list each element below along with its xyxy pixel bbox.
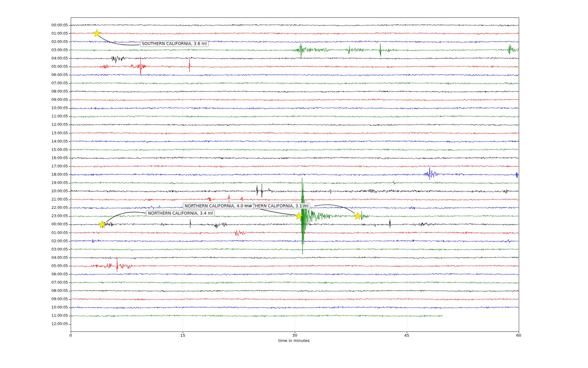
y-tick-label: 12:00:05 bbox=[0, 122, 68, 127]
y-tick-label: 15:00:05 bbox=[0, 148, 68, 152]
y-tick-label: 06:00:05 bbox=[0, 73, 68, 77]
y-tick-label: 08:00:05 bbox=[0, 89, 68, 94]
x-tick-label: 60 bbox=[510, 333, 528, 338]
y-tick-label: 20:00:05 bbox=[0, 189, 68, 194]
x-tick-label: 30 bbox=[286, 333, 304, 338]
x-tick-label: 45 bbox=[398, 333, 416, 338]
seismogram-canvas bbox=[0, 0, 588, 368]
event-label-northern-california-3-4: NORTHERN CALIFORNIA, 3.4 ml bbox=[146, 210, 215, 217]
y-tick-label: 14:00:05 bbox=[0, 139, 68, 144]
y-tick-label: 11:00:05 bbox=[0, 114, 68, 119]
y-tick-label: 01:00:05 bbox=[0, 231, 68, 235]
y-tick-label: 02:00:05 bbox=[0, 239, 68, 243]
y-tick-label: 09:00:05 bbox=[0, 297, 68, 301]
y-tick-label: 06:00:05 bbox=[0, 272, 68, 277]
seismogram-page: US.EDHPI.00.BHZ 00:00:0501:00:0502:00:05… bbox=[0, 0, 588, 368]
y-tick-label: 10:00:05 bbox=[0, 106, 68, 110]
y-tick-label: 05:00:05 bbox=[0, 64, 68, 69]
y-tick-label: 19:00:05 bbox=[0, 181, 68, 185]
x-tick-label: 15 bbox=[174, 333, 192, 338]
y-tick-label: 00:00:05 bbox=[0, 23, 68, 28]
y-tick-label: 03:00:05 bbox=[0, 48, 68, 52]
y-tick-label: 18:00:05 bbox=[0, 172, 68, 177]
y-tick-label: 09:00:05 bbox=[0, 98, 68, 102]
y-tick-label: 11:00:05 bbox=[0, 313, 68, 318]
y-tick-label: 10:00:05 bbox=[0, 305, 68, 310]
y-tick-label: 16:00:05 bbox=[0, 156, 68, 160]
y-tick-label: 04:00:05 bbox=[0, 56, 68, 61]
y-tick-label: 00:00:05 bbox=[0, 222, 68, 227]
event-label-northern-california-4-0: NORTHERN CALIFORNIA, 4.0 mw bbox=[183, 203, 254, 209]
y-tick-label: 22:00:05 bbox=[0, 205, 68, 210]
x-axis-label: time in minutes bbox=[0, 338, 588, 343]
y-tick-label: 05:00:05 bbox=[0, 264, 68, 268]
x-tick-label: 0 bbox=[62, 333, 80, 338]
y-tick-label: 23:00:05 bbox=[0, 214, 68, 218]
y-tick-label: 13:00:05 bbox=[0, 131, 68, 136]
y-tick-label: 08:00:05 bbox=[0, 289, 68, 293]
y-tick-label: 17:00:05 bbox=[0, 164, 68, 169]
y-tick-label: 07:00:05 bbox=[0, 280, 68, 285]
y-tick-label: 01:00:05 bbox=[0, 31, 68, 36]
y-tick-label: 04:00:05 bbox=[0, 255, 68, 260]
y-tick-label: 07:00:05 bbox=[0, 81, 68, 86]
y-tick-label: 12:00:05 bbox=[0, 322, 68, 326]
event-label-southern-california-3-6: SOUTHERN CALIFORNIA, 3.6 ml bbox=[140, 40, 209, 47]
y-tick-label: 03:00:05 bbox=[0, 247, 68, 252]
y-tick-label: 21:00:05 bbox=[0, 197, 68, 202]
y-tick-label: 02:00:05 bbox=[0, 40, 68, 44]
